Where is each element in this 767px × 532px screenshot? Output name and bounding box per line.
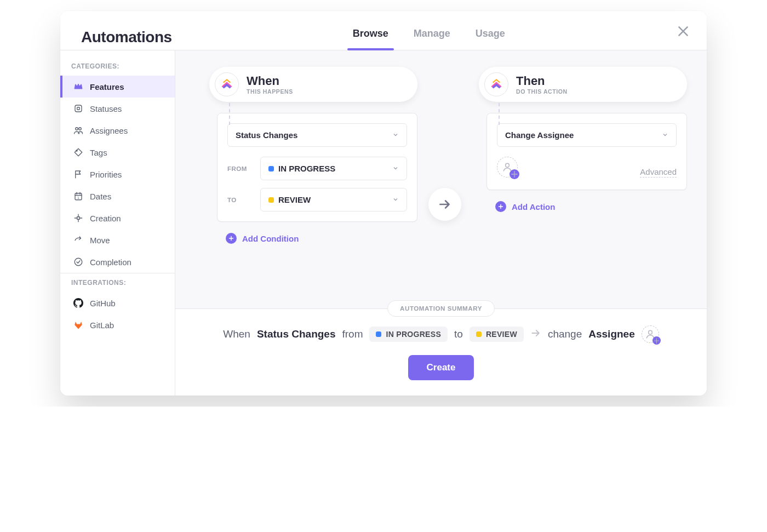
- plus-circle-icon: [510, 169, 519, 179]
- to-label: TO: [227, 197, 253, 203]
- summary-trigger: Status Changes: [257, 328, 336, 340]
- then-connector: [499, 103, 500, 125]
- automations-modal: Automations Browse Manage Usage CATEGORI…: [60, 11, 707, 396]
- summary-badge: AUTOMATION SUMMARY: [387, 300, 495, 317]
- automation-summary: AUTOMATION SUMMARY When Status Changes f…: [175, 308, 707, 396]
- to-status-select[interactable]: REVIEW: [260, 188, 407, 211]
- add-action-label: Add Action: [512, 202, 555, 211]
- summary-sentence: When Status Changes from IN PROGRESS to …: [223, 325, 659, 343]
- tag-icon: [73, 147, 83, 157]
- close-icon[interactable]: [676, 24, 690, 38]
- sidebar-item-label: Assignees: [90, 126, 128, 135]
- github-icon: [73, 298, 83, 308]
- plus-outline-icon: [73, 213, 83, 223]
- when-column: When THIS HAPPENS Status Changes FROM: [209, 67, 417, 244]
- sidebar-item-label: GitHub: [90, 299, 116, 308]
- add-condition-button[interactable]: Add Condition: [226, 233, 417, 244]
- svg-point-7: [75, 258, 82, 266]
- from-label: FROM: [227, 165, 253, 172]
- summary-assignee: Assignee: [588, 328, 634, 340]
- add-action-button[interactable]: Add Action: [495, 201, 687, 212]
- svg-rect-0: [75, 105, 82, 112]
- status-icon: [73, 104, 83, 113]
- svg-point-9: [648, 330, 652, 334]
- sidebar: CATEGORIES: Features Statuses Assignees …: [60, 50, 175, 396]
- sidebar-item-completion[interactable]: Completion: [60, 251, 175, 273]
- to-status-value: REVIEW: [278, 195, 311, 204]
- trigger-select-value: Status Changes: [236, 130, 297, 140]
- create-button[interactable]: Create: [408, 355, 474, 380]
- sidebar-item-label: Dates: [90, 192, 111, 201]
- modal-tabs: Browse Manage Usage: [352, 24, 506, 50]
- sidebar-item-gitlab[interactable]: GitLab: [60, 314, 175, 336]
- from-status-value: IN PROGRESS: [278, 164, 335, 173]
- tab-usage[interactable]: Usage: [474, 25, 506, 50]
- trigger-select[interactable]: Status Changes: [227, 123, 407, 147]
- chevron-down-icon: [662, 130, 668, 140]
- tab-browse[interactable]: Browse: [352, 25, 390, 50]
- sidebar-header-integrations: INTEGRATIONS:: [60, 273, 175, 292]
- add-condition-label: Add Condition: [242, 234, 299, 243]
- when-header: When THIS HAPPENS: [209, 67, 417, 102]
- share-arrow-icon: [73, 235, 83, 245]
- status-chip-review: [268, 197, 274, 203]
- modal-title: Automations: [81, 28, 172, 46]
- check-circle-icon: [73, 257, 83, 267]
- summary-text: When: [223, 328, 250, 340]
- sidebar-item-features[interactable]: Features: [60, 76, 175, 98]
- assignees-icon: [73, 125, 83, 135]
- sidebar-item-label: Priorities: [90, 170, 122, 179]
- then-card: Change Assignee Advanced: [486, 113, 687, 190]
- plus-circle-icon: [495, 201, 506, 212]
- add-assignee-button[interactable]: [497, 157, 518, 178]
- status-chip-in-progress: [376, 331, 381, 337]
- then-header: Then DO THIS ACTION: [479, 67, 687, 102]
- sidebar-item-assignees[interactable]: Assignees: [60, 119, 175, 141]
- flag-icon: [73, 169, 83, 179]
- sidebar-item-label: GitLab: [90, 321, 114, 330]
- action-select-value: Change Assignee: [505, 130, 574, 140]
- plus-circle-icon: [652, 336, 661, 345]
- sidebar-item-github[interactable]: GitHub: [60, 292, 175, 314]
- sidebar-item-creation[interactable]: Creation: [60, 207, 175, 229]
- plus-circle-icon: [226, 233, 237, 244]
- then-column: Then DO THIS ACTION Change Assignee: [479, 67, 687, 212]
- modal-header: Automations Browse Manage Usage: [60, 11, 707, 50]
- svg-rect-1: [77, 107, 80, 110]
- sidebar-item-label: Tags: [90, 148, 107, 157]
- sidebar-header-categories: CATEGORIES:: [60, 60, 175, 76]
- automation-canvas: When THIS HAPPENS Status Changes FROM: [175, 50, 707, 396]
- clickup-logo-icon: [484, 72, 508, 96]
- when-card: Status Changes FROM IN PROGRESS TO: [217, 113, 417, 222]
- svg-text:1: 1: [77, 196, 79, 199]
- when-title: When: [247, 74, 293, 88]
- tab-manage[interactable]: Manage: [413, 25, 451, 50]
- clickup-logo-icon: [215, 72, 239, 96]
- sidebar-item-tags[interactable]: Tags: [60, 141, 175, 163]
- then-title: Then: [516, 74, 568, 88]
- chevron-down-icon: [392, 130, 399, 140]
- summary-assignee-avatar[interactable]: [642, 325, 659, 343]
- sidebar-item-priorities[interactable]: Priorities: [60, 163, 175, 185]
- then-subtitle: DO THIS ACTION: [516, 88, 568, 95]
- action-select[interactable]: Change Assignee: [497, 123, 677, 147]
- advanced-link[interactable]: Advanced: [640, 167, 677, 178]
- summary-text: to: [454, 328, 463, 340]
- summary-chip-to: REVIEW: [470, 327, 524, 342]
- sidebar-item-statuses[interactable]: Statuses: [60, 98, 175, 119]
- sidebar-item-move[interactable]: Move: [60, 229, 175, 251]
- from-status-select[interactable]: IN PROGRESS: [260, 157, 407, 180]
- sidebar-item-label: Move: [90, 236, 110, 245]
- chevron-down-icon: [392, 164, 399, 173]
- crown-icon: [73, 82, 83, 91]
- sidebar-item-label: Creation: [90, 214, 121, 223]
- arrow-right-icon: [530, 328, 541, 341]
- flow-arrow-icon: [428, 188, 461, 221]
- sidebar-item-label: Features: [90, 82, 124, 91]
- sidebar-item-label: Completion: [90, 258, 131, 267]
- when-connector: [229, 103, 230, 125]
- sidebar-item-dates[interactable]: 1 Dates: [60, 185, 175, 207]
- summary-text: change: [548, 328, 582, 340]
- sidebar-item-label: Statuses: [90, 104, 122, 113]
- calendar-icon: 1: [73, 191, 83, 201]
